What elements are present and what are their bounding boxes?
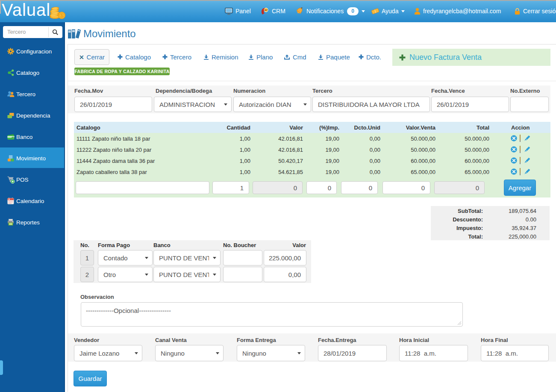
svg-text:24/7: 24/7 [265,9,268,11]
svg-text:$: $ [60,13,63,18]
